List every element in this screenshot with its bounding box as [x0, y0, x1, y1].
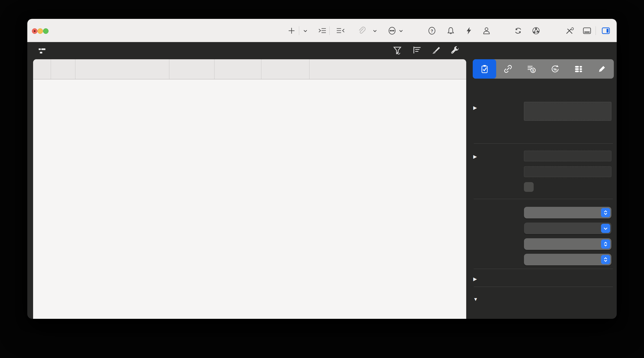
- titel-input[interactable]: [524, 102, 612, 121]
- tab-notes[interactable]: [590, 59, 614, 79]
- column-header-ressourcen[interactable]: [261, 59, 310, 79]
- project-outline-table: [33, 59, 466, 319]
- svg-text:%: %: [554, 67, 557, 71]
- date-dropdown-icon: [601, 224, 610, 233]
- minimize-button[interactable]: [38, 28, 43, 34]
- arbeit-input[interactable]: [524, 151, 612, 161]
- column-header-start[interactable]: [214, 59, 261, 79]
- column-header-titel[interactable]: [75, 59, 169, 79]
- fruehestens-date-field[interactable]: [524, 223, 612, 234]
- add-chevron-icon[interactable]: [301, 26, 310, 35]
- close-button[interactable]: [32, 28, 38, 34]
- divider: [474, 143, 613, 144]
- ende-popup[interactable]: [524, 238, 612, 250]
- tools-icon[interactable]: [565, 26, 574, 35]
- gantt-chart: [33, 79, 466, 319]
- user-icon[interactable]: [482, 26, 491, 35]
- settings-wrench-icon[interactable]: [450, 46, 460, 56]
- stepper-icon: [601, 208, 610, 217]
- start-popup[interactable]: [524, 207, 612, 218]
- tab-costs[interactable]: $: [520, 59, 543, 79]
- wbs-view-icon: [37, 46, 47, 56]
- tab-task-info[interactable]: [473, 59, 496, 79]
- filter-icon[interactable]: [392, 46, 403, 56]
- column-header-num[interactable]: [33, 59, 51, 79]
- toolbar-separator: [299, 26, 299, 35]
- tab-links[interactable]: [496, 59, 520, 79]
- network-icon[interactable]: [532, 26, 540, 35]
- panel-bottom-toggle-icon[interactable]: [582, 26, 592, 35]
- sync-icon[interactable]: [514, 26, 523, 35]
- panel-right-toggle-icon[interactable]: [601, 26, 610, 35]
- zoom-button[interactable]: [43, 28, 48, 34]
- table-header: [33, 59, 466, 79]
- inspector-tabbar: $ %: [473, 59, 614, 79]
- view-bar: [27, 42, 617, 59]
- divider: [474, 287, 613, 287]
- toolbar-separator: [329, 26, 330, 35]
- more-chevron-icon[interactable]: [396, 26, 406, 35]
- toolbar-separator: [596, 26, 596, 35]
- attachment-icon[interactable]: [357, 26, 366, 35]
- help-icon[interactable]: ?: [427, 26, 436, 35]
- dauer-input[interactable]: [524, 166, 612, 177]
- add-icon[interactable]: [287, 26, 296, 35]
- arbeit-disclosure-icon[interactable]: ▶: [473, 154, 477, 159]
- svg-text:?: ?: [431, 29, 433, 33]
- column-header-info[interactable]: [51, 59, 75, 79]
- fortgeschritten-disclosure-icon[interactable]: ▶: [473, 276, 477, 282]
- titel-disclosure-icon[interactable]: ▶: [473, 105, 477, 111]
- more-icon[interactable]: [388, 26, 397, 35]
- divider: [474, 269, 613, 269]
- ausrichtung-popup[interactable]: [524, 254, 612, 265]
- actions-icon[interactable]: [464, 26, 474, 35]
- stepper-icon: [601, 240, 610, 249]
- column-header-arbeit[interactable]: [169, 59, 214, 79]
- notifications-icon[interactable]: [446, 26, 455, 35]
- tab-progress[interactable]: %: [543, 59, 567, 79]
- tab-assignments[interactable]: [567, 59, 590, 79]
- meilenstein-checkbox[interactable]: [524, 182, 534, 192]
- outdent-icon[interactable]: [336, 26, 345, 35]
- attachment-chevron-icon[interactable]: [370, 26, 380, 35]
- divider: [474, 199, 613, 199]
- erwartet-disclosure-icon[interactable]: ▼: [473, 297, 478, 302]
- svg-text:$: $: [532, 68, 534, 72]
- indent-icon[interactable]: [318, 26, 326, 35]
- app-window: ?: [27, 19, 617, 319]
- stepper-icon: [601, 255, 610, 264]
- outline-icon[interactable]: [412, 46, 422, 56]
- inspector-panel: $ % ▶ ▶: [473, 59, 614, 319]
- style-brush-icon[interactable]: [431, 46, 441, 56]
- titlebar: ?: [27, 19, 617, 42]
